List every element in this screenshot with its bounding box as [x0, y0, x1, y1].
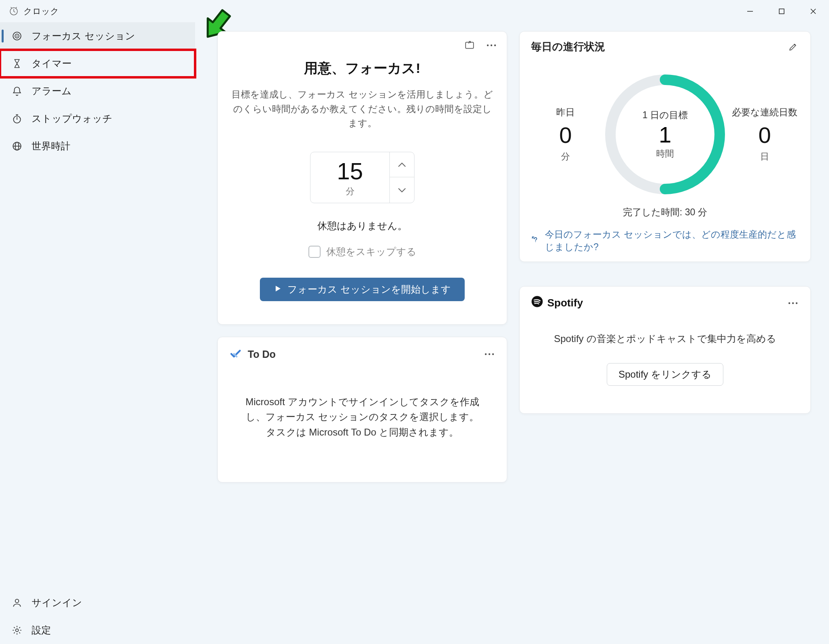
todo-title: To Do	[248, 349, 276, 360]
svg-point-24	[485, 353, 487, 355]
minutes-decrease-button[interactable]	[390, 177, 414, 203]
bell-icon	[11, 85, 23, 97]
minutes-increase-button[interactable]	[390, 152, 414, 178]
sidebar-item-label: フォーカス セッション	[32, 30, 135, 43]
focus-description: 目標を達成し、フォーカス セッションを活用しましょう。どのくらい時間があるか教え…	[230, 87, 495, 131]
todo-more-button[interactable]	[483, 348, 495, 360]
play-icon	[274, 284, 282, 295]
svg-point-15	[487, 45, 489, 46]
user-icon	[11, 597, 23, 608]
sidebar-item-timer[interactable]: タイマー	[0, 50, 195, 77]
svg-rect-2	[779, 9, 784, 14]
svg-point-21	[789, 302, 790, 304]
stopwatch-icon	[11, 113, 23, 124]
sidebar-item-label: 設定	[32, 624, 51, 637]
minutes-value-box[interactable]: 15 分	[310, 152, 390, 203]
start-focus-button[interactable]: フォーカス セッションを開始します	[260, 278, 465, 301]
sidebar: フォーカス セッション タイマー アラーム ストップウォッチ 世界時計 サインイ…	[0, 22, 195, 644]
sidebar-item-alarm[interactable]: アラーム	[0, 77, 195, 105]
link-spotify-button[interactable]: Spotify をリンクする	[607, 363, 723, 386]
break-status: 休憩はありません。	[317, 219, 407, 232]
feedback-icon	[531, 235, 541, 247]
todo-icon	[229, 347, 242, 361]
sidebar-item-world-clock[interactable]: 世界時計	[0, 132, 195, 160]
sidebar-item-label: 世界時計	[32, 140, 70, 153]
svg-rect-14	[466, 42, 474, 48]
svg-point-17	[494, 45, 496, 46]
progress-edit-button[interactable]	[787, 41, 799, 53]
window-maximize-button[interactable]	[766, 0, 797, 22]
progress-card: 毎日の進行状況 昨日 0 分 1 日の目標 1 時間 必	[519, 31, 811, 262]
todo-card: To Do Microsoft アカウントでサインインしてタスクを作成し、フォー…	[217, 337, 507, 482]
sidebar-item-label: ストップウォッチ	[32, 112, 113, 125]
svg-point-12	[15, 599, 19, 603]
spotify-description: Spotify の音楽とポッドキャストで集中力を高める	[554, 332, 776, 345]
progress-title: 毎日の進行状況	[531, 40, 605, 54]
gear-icon	[11, 625, 23, 636]
clock-app-icon	[9, 6, 19, 16]
sidebar-item-label: サインイン	[32, 596, 82, 609]
titlebar: クロック	[0, 0, 829, 22]
globe-icon	[11, 140, 23, 152]
svg-point-7	[16, 35, 17, 36]
window-minimize-button[interactable]	[734, 0, 766, 22]
app-title: クロック	[23, 6, 59, 17]
stat-yesterday: 昨日 0 分	[531, 106, 600, 163]
skip-breaks-label: 休憩をスキップする	[326, 245, 417, 258]
sidebar-item-settings[interactable]: 設定	[0, 616, 195, 644]
focus-icon	[11, 30, 23, 42]
spotify-card: Spotify Spotify の音楽とポッドキャストで集中力を高める Spot…	[519, 286, 811, 414]
svg-point-13	[16, 629, 19, 632]
minutes-spinner: 15 分	[310, 152, 414, 203]
hourglass-icon	[11, 58, 23, 69]
window-close-button[interactable]	[797, 0, 829, 22]
minutes-value: 15	[337, 157, 363, 185]
skip-breaks-checkbox[interactable]	[308, 246, 321, 258]
svg-point-25	[489, 353, 490, 355]
sidebar-item-signin[interactable]: サインイン	[0, 589, 195, 616]
feedback-link[interactable]: 今日のフォーカス セッションでは、どの程度生産的だと感じましたか?	[531, 228, 799, 253]
pip-button[interactable]	[463, 39, 476, 52]
completed-time: 完了した時間: 30 分	[531, 206, 799, 219]
spotify-icon	[531, 295, 543, 310]
start-focus-label: フォーカス セッションを開始します	[287, 283, 451, 296]
sidebar-item-label: アラーム	[32, 85, 72, 98]
minutes-unit: 分	[346, 185, 355, 198]
progress-ring: 1 日の目標 1 時間	[600, 70, 730, 199]
svg-point-23	[796, 302, 797, 304]
main-content: 用意、フォーカス! 目標を達成し、フォーカス セッションを活用しましょう。どのく…	[195, 22, 829, 644]
svg-point-22	[792, 302, 794, 304]
svg-point-16	[491, 45, 492, 46]
sidebar-item-focus-sessions[interactable]: フォーカス セッション	[0, 22, 195, 50]
focus-title: 用意、フォーカス!	[304, 59, 420, 78]
sidebar-item-stopwatch[interactable]: ストップウォッチ	[0, 105, 195, 132]
svg-point-26	[492, 353, 494, 355]
focus-more-button[interactable]	[485, 39, 498, 52]
spotify-more-button[interactable]	[787, 297, 799, 309]
todo-body: Microsoft アカウントでサインインしてタスクを作成し、フォーカス セッシ…	[241, 394, 484, 440]
stat-streak: 必要な連続日数 0 日	[730, 106, 799, 163]
focus-card: 用意、フォーカス! 目標を達成し、フォーカス セッションを活用しましょう。どのく…	[217, 31, 507, 325]
sidebar-item-label: タイマー	[32, 57, 72, 70]
spotify-brand: Spotify	[547, 297, 583, 309]
